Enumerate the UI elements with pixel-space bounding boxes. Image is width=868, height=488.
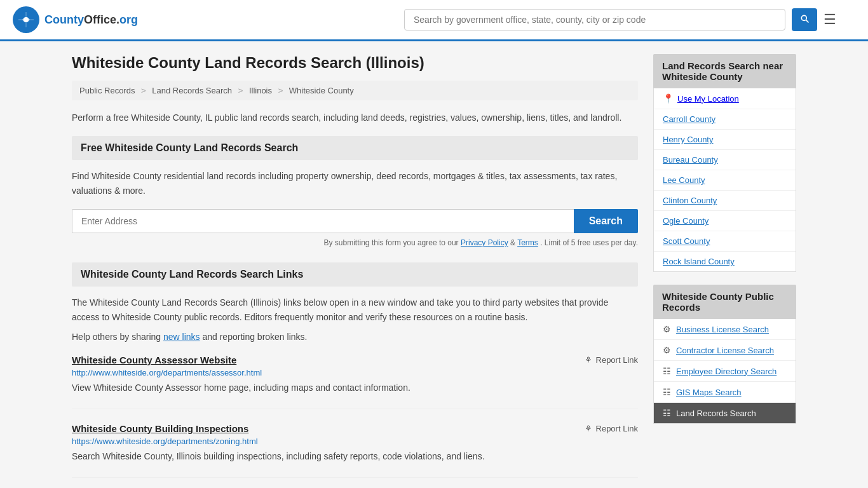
nearby-county-0[interactable]: Carroll County: [654, 109, 796, 130]
pr-item-1[interactable]: ⚙ Contractor License Search: [654, 340, 796, 361]
header-search-area: ☰: [404, 8, 836, 31]
use-my-location-item[interactable]: 📍 Use My Location: [654, 88, 796, 109]
pr-link-4[interactable]: Land Records Search: [676, 409, 756, 418]
pr-link-2[interactable]: Employee Directory Search: [676, 367, 776, 376]
nearby-county-1[interactable]: Henry County: [654, 130, 796, 150]
address-input[interactable]: [72, 209, 574, 233]
public-records-section: Whiteside County Public Records ⚙ Busine…: [653, 285, 796, 424]
record-item-1: Whiteside County Building Inspections ⚘ …: [72, 423, 638, 478]
site-header: CountyOffice.org ☰: [0, 0, 868, 41]
breadcrumb-sep-2: >: [238, 86, 243, 95]
nearby-county-link-6[interactable]: Scott County: [663, 236, 710, 246]
intro-text: Perform a free Whiteside County, IL publ…: [72, 111, 638, 125]
breadcrumb-sep-1: >: [141, 86, 146, 95]
breadcrumb-whiteside[interactable]: Whiteside County: [289, 86, 354, 95]
breadcrumb: Public Records > Land Records Search > I…: [72, 81, 638, 100]
page-container: Whiteside County Land Records Search (Il…: [59, 41, 809, 488]
address-search-form: Search: [72, 209, 638, 233]
pr-item-4[interactable]: ☷ Land Records Search: [654, 403, 796, 423]
sidebar: Land Records Search near Whiteside Count…: [653, 54, 796, 488]
report-link-button-0[interactable]: ⚘ Report Link: [585, 355, 638, 365]
breadcrumb-public-records[interactable]: Public Records: [79, 86, 135, 95]
pr-item-0[interactable]: ⚙ Business License Search: [654, 319, 796, 340]
record-item-0-url[interactable]: http://www.whiteside.org/departments/ass…: [72, 368, 638, 377]
main-content: Whiteside County Land Records Search (Il…: [72, 54, 638, 488]
header-search-button[interactable]: [792, 8, 817, 31]
form-disclaimer: By submitting this form you agree to our…: [72, 238, 638, 247]
report-icon-1: ⚘: [585, 424, 592, 433]
hamburger-button[interactable]: ☰: [824, 11, 836, 28]
nearby-county-link-0[interactable]: Carroll County: [663, 114, 715, 124]
free-search-header: Free Whiteside County Land Records Searc…: [72, 136, 638, 160]
record-item-1-title[interactable]: Whiteside County Building Inspections: [72, 423, 248, 434]
report-link-button-1[interactable]: ⚘ Report Link: [585, 424, 638, 433]
nearby-county-7[interactable]: Rock Island County: [654, 252, 796, 271]
privacy-policy-link[interactable]: Privacy Policy: [461, 238, 508, 247]
list-icon-2: ☷: [663, 366, 671, 376]
record-item-0-title[interactable]: Whiteside County Assessor Website: [72, 355, 236, 365]
terms-link[interactable]: Terms: [517, 238, 538, 247]
record-item-1-url[interactable]: https://www.whiteside.org/departments/zo…: [72, 437, 638, 446]
logo-area: CountyOffice.org: [13, 6, 138, 33]
pr-item-2[interactable]: ☷ Employee Directory Search: [654, 361, 796, 382]
map-icon-3: ☷: [663, 387, 671, 397]
logo-icon: [13, 6, 39, 33]
record-item-1-header: Whiteside County Building Inspections ⚘ …: [72, 423, 638, 434]
nearby-county-link-7[interactable]: Rock Island County: [663, 257, 735, 266]
public-records-section-header: Whiteside County Public Records: [653, 285, 796, 319]
record-item-0: Whiteside County Assessor Website ⚘ Repo…: [72, 355, 638, 409]
links-description: The Whiteside County Land Records Search…: [72, 295, 638, 324]
pr-link-1[interactable]: Contractor License Search: [676, 346, 774, 355]
nearby-county-6[interactable]: Scott County: [654, 231, 796, 252]
breadcrumb-land-records[interactable]: Land Records Search: [152, 86, 232, 95]
address-search-button[interactable]: Search: [574, 209, 638, 233]
pr-item-3[interactable]: ☷ GIS Maps Search: [654, 382, 796, 403]
logo-text: CountyOffice.org: [44, 13, 138, 27]
pr-link-0[interactable]: Business License Search: [676, 325, 769, 334]
breadcrumb-illinois[interactable]: Illinois: [249, 86, 272, 95]
links-section-header: Whiteside County Land Records Search Lin…: [72, 262, 638, 287]
nearby-county-link-2[interactable]: Bureau County: [663, 155, 718, 165]
header-search-input[interactable]: [404, 9, 785, 30]
nearby-section-header: Land Records Search near Whiteside Count…: [653, 54, 796, 88]
location-pin-icon: 📍: [663, 93, 674, 104]
report-icon-0: ⚘: [585, 355, 592, 365]
nearby-county-link-4[interactable]: Clinton County: [663, 196, 717, 205]
record-item-1-desc: Search Whiteside County, Illinois buildi…: [72, 450, 638, 463]
breadcrumb-sep-3: >: [278, 86, 283, 95]
free-search-description: Find Whiteside County residential land r…: [72, 169, 638, 198]
nearby-county-link-5[interactable]: Ogle County: [663, 216, 709, 226]
new-links-link[interactable]: new links: [163, 332, 200, 342]
nearby-county-2[interactable]: Bureau County: [654, 150, 796, 170]
land-icon-4: ☷: [663, 408, 671, 418]
public-records-list: ⚙ Business License Search ⚙ Contractor L…: [653, 319, 796, 424]
nearby-list: 📍 Use My Location Carroll County Henry C…: [653, 88, 796, 272]
page-title: Whiteside County Land Records Search (Il…: [72, 54, 638, 72]
nearby-county-link-3[interactable]: Lee County: [663, 175, 705, 185]
share-text: Help others by sharing new links and rep…: [72, 332, 638, 342]
nearby-county-link-1[interactable]: Henry County: [663, 135, 713, 144]
nearby-section: Land Records Search near Whiteside Count…: [653, 54, 796, 272]
gear-icon-1: ⚙: [663, 345, 671, 355]
gear-icon-0: ⚙: [663, 324, 671, 334]
use-my-location-link[interactable]: Use My Location: [677, 94, 739, 104]
nearby-county-5[interactable]: Ogle County: [654, 211, 796, 231]
record-item-0-header: Whiteside County Assessor Website ⚘ Repo…: [72, 355, 638, 365]
nearby-county-4[interactable]: Clinton County: [654, 191, 796, 211]
pr-link-3[interactable]: GIS Maps Search: [676, 388, 742, 397]
record-item-0-desc: View Whiteside County Assessor home page…: [72, 381, 638, 395]
nearby-county-3[interactable]: Lee County: [654, 170, 796, 191]
